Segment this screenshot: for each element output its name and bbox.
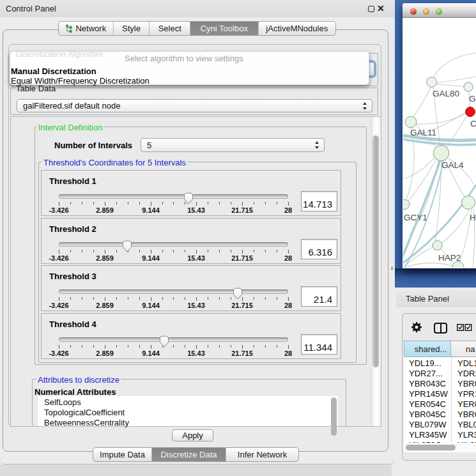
svg-text:G: G <box>469 94 476 104</box>
svg-text:HAP2: HAP2 <box>438 253 461 263</box>
svg-text:C: C <box>470 119 476 128</box>
svg-text:H: H <box>470 213 476 222</box>
svg-text:GCY1: GCY1 <box>404 213 427 222</box>
svg-text:GAL4: GAL4 <box>441 160 464 170</box>
svg-text:GAL80: GAL80 <box>433 89 459 98</box>
svg-text:GAL11: GAL11 <box>410 128 436 137</box>
